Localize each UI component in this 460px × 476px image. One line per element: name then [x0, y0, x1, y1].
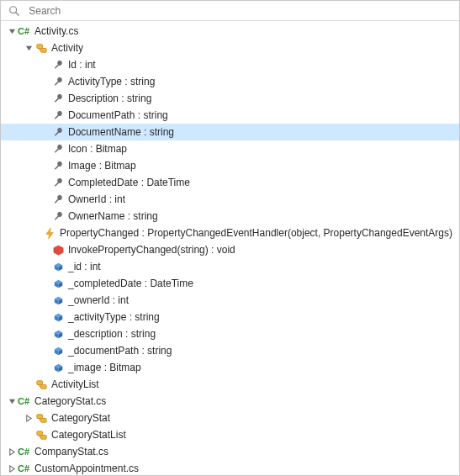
tree-item-label: CompletedDate : DateTime: [68, 177, 197, 188]
event-icon: [44, 226, 56, 240]
tree-view[interactable]: C#Activity.csActivityId : intActivityTyp…: [1, 21, 459, 475]
csharp-file-icon: C#: [18, 26, 33, 36]
property-icon: [51, 209, 65, 223]
tree-row[interactable]: CategoryStatList: [1, 426, 459, 443]
tree-item-label: Id : int: [68, 59, 103, 71]
property-icon: [51, 58, 65, 71]
expand-arrow-right-icon[interactable]: [6, 448, 18, 456]
tree-row[interactable]: DocumentPath : string: [1, 107, 459, 124]
tree-row[interactable]: PropertyChanged : PropertyChangedEventHa…: [1, 225, 459, 241]
tree-item-label: _id : int: [68, 261, 108, 272]
tree-item-label: Activity.cs: [34, 25, 85, 37]
tree-row[interactable]: C#Activity.cs: [1, 23, 459, 40]
tree-item-label: _description : string: [68, 328, 162, 340]
tree-row[interactable]: Description : string: [1, 90, 459, 107]
svg-rect-10: [36, 414, 42, 418]
expand-arrow-down-icon[interactable]: [6, 398, 18, 405]
csharp-file-icon: C#: [18, 463, 33, 473]
expand-arrow-right-icon[interactable]: [23, 415, 34, 422]
tree-row[interactable]: DocumentName : string: [1, 124, 459, 140]
tree-row[interactable]: Icon : Bitmap: [1, 140, 459, 157]
property-icon: [51, 176, 65, 189]
field-icon: [51, 344, 65, 357]
tree-item-label: _activityType : string: [68, 311, 167, 323]
svg-rect-15: [40, 435, 46, 439]
tree-row[interactable]: _image : Bitmap: [1, 359, 459, 376]
property-icon: [51, 193, 65, 206]
search-bar: [1, 1, 459, 21]
tree-item-label: OwnerId : int: [68, 193, 132, 205]
svg-rect-3: [40, 48, 46, 52]
tree-row[interactable]: C#CompanyStat.cs: [1, 443, 459, 460]
field-icon: [51, 294, 65, 307]
svg-rect-11: [40, 418, 46, 422]
class-icon: [34, 428, 48, 442]
tree-item-label: Description : string: [68, 93, 158, 104]
csharp-file-icon: C#: [18, 396, 33, 406]
tree-row[interactable]: _activityType : string: [1, 309, 459, 325]
tree-item-label: _completedDate : DateTime: [68, 278, 200, 289]
property-icon: [51, 159, 65, 172]
tree-row[interactable]: Image : Bitmap: [1, 157, 459, 174]
tree-row[interactable]: Id : int: [1, 56, 459, 73]
field-icon: [51, 277, 65, 290]
tree-row[interactable]: C#CustomAppointment.cs: [1, 460, 459, 475]
expand-arrow-down-icon[interactable]: [6, 28, 18, 35]
property-icon: [51, 142, 65, 156]
tree-row[interactable]: _completedDate : DateTime: [1, 275, 459, 292]
expand-arrow-down-icon[interactable]: [23, 45, 34, 52]
class-icon: [34, 378, 48, 391]
svg-rect-14: [36, 431, 42, 435]
tree-item-label: DocumentPath : string: [68, 109, 175, 121]
svg-line-1: [15, 12, 19, 15]
field-icon: [51, 361, 65, 374]
tree-item-label: CustomAppointment.cs: [34, 463, 145, 474]
tree-row[interactable]: _id : int: [1, 258, 459, 275]
tree-item-label: CategoryStatList: [51, 429, 133, 441]
search-input[interactable]: [29, 5, 452, 17]
class-icon: [34, 41, 48, 55]
method-icon: [51, 243, 65, 257]
tree-row[interactable]: ActivityType : string: [1, 73, 459, 90]
field-icon: [51, 327, 65, 341]
tree-item-label: DocumentName : string: [68, 126, 181, 138]
tree-row[interactable]: OwnerId : int: [1, 191, 459, 208]
property-icon: [51, 125, 65, 139]
tree-row[interactable]: InvokePropertyChanged(string) : void: [1, 241, 459, 258]
svg-rect-6: [36, 380, 42, 384]
tree-row[interactable]: OwnerName : string: [1, 208, 459, 225]
tree-item-label: Image : Bitmap: [68, 160, 143, 172]
property-icon: [51, 75, 65, 88]
tree-row[interactable]: _description : string: [1, 325, 459, 342]
tree-item-label: OwnerName : string: [68, 210, 165, 222]
tree-row[interactable]: CompletedDate : DateTime: [1, 174, 459, 191]
tree-row[interactable]: Activity: [1, 40, 459, 56]
tree-row[interactable]: C#CategoryStat.cs: [1, 393, 459, 410]
tree-item-label: CategoryStat: [51, 412, 117, 424]
tree-item-label: _documentPath : string: [68, 345, 178, 357]
property-icon: [51, 108, 65, 122]
tree-row[interactable]: _documentPath : string: [1, 342, 459, 359]
tree-row[interactable]: ActivityList: [1, 376, 459, 393]
property-icon: [51, 92, 65, 105]
tree-item-label: ActivityType : string: [68, 76, 161, 87]
panel-root: C#Activity.csActivityId : intActivityTyp…: [0, 0, 460, 476]
tree-row[interactable]: CategoryStat: [1, 410, 459, 426]
tree-item-label: _image : Bitmap: [68, 362, 148, 373]
tree-item-label: CategoryStat.cs: [34, 395, 113, 407]
field-icon: [51, 260, 65, 273]
svg-rect-2: [36, 44, 42, 48]
expand-arrow-right-icon[interactable]: [6, 465, 18, 473]
field-icon: [51, 310, 65, 324]
csharp-file-icon: C#: [18, 447, 33, 457]
tree-item-label: _ownerId : int: [68, 294, 135, 306]
tree-item-label: CompanyStat.cs: [34, 446, 115, 457]
tree-item-label: ActivityList: [51, 378, 106, 390]
class-icon: [34, 411, 48, 425]
tree-item-label: Activity: [51, 42, 90, 54]
tree-row[interactable]: _ownerId : int: [1, 292, 459, 309]
svg-rect-7: [40, 384, 46, 389]
search-icon: [8, 4, 20, 18]
tree-item-label: InvokePropertyChanged(string) : void: [68, 244, 242, 256]
tree-item-label: Icon : Bitmap: [68, 143, 134, 155]
